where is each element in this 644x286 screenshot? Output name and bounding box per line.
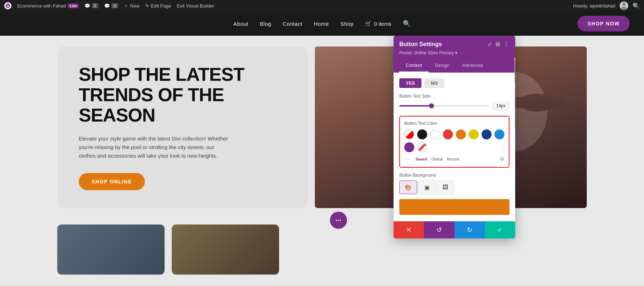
nav-link-shop[interactable]: Shop xyxy=(340,21,353,27)
panel-more-icon[interactable]: ⋮ xyxy=(504,41,509,48)
swatch-diagonal-red[interactable] xyxy=(417,142,427,152)
toggle-no-button[interactable]: NO xyxy=(424,78,444,88)
color-more-icon[interactable]: ··· xyxy=(404,155,410,163)
bg-gradient-icon[interactable]: ▣ xyxy=(418,181,436,194)
comment-count: 2 xyxy=(92,3,98,8)
toggle-row: YES NO xyxy=(399,78,509,88)
nav-link-about[interactable]: About xyxy=(233,21,248,27)
toggle-yes-button[interactable]: YES xyxy=(399,78,421,88)
action-confirm-button[interactable]: ✓ xyxy=(485,221,515,238)
howdy-text: Howdy, wpwithfahad xyxy=(573,3,615,9)
slider-fill xyxy=(399,105,431,107)
panel-preset[interactable]: Preset: Online Store Primary ▾ xyxy=(399,50,509,55)
bg-icons-row: 🎨 ▣ 🖼 xyxy=(399,181,509,194)
cancel-icon: ✕ xyxy=(406,226,411,234)
panel-body: YES NO Button Text Size 14px Button Text… xyxy=(394,73,515,221)
color-section: Button Text Color ··· Saved Globa xyxy=(399,116,509,168)
hero-subtitle: Elevate your style game with the latest … xyxy=(79,134,229,160)
admin-bar-exit-builder[interactable]: Exit Visual Builder xyxy=(177,3,214,9)
cart-icon: 🛒 xyxy=(365,20,372,27)
text-size-value[interactable]: 14px xyxy=(492,102,509,110)
admin-bar-revisions[interactable]: 💬 0 xyxy=(104,3,118,9)
svg-point-2 xyxy=(622,3,626,6)
shop-online-button[interactable]: SHOP ONLINE xyxy=(79,173,145,190)
color-tabs-row: ··· Saved Global Recent ⚙ xyxy=(404,155,504,163)
admin-bar-site-name[interactable]: Ecommerce with Fahad Live xyxy=(17,3,79,9)
nav-link-home[interactable]: Home xyxy=(314,21,329,27)
orange-preview xyxy=(399,199,509,215)
admin-bar-edit-page[interactable]: ✎ Edit Page xyxy=(145,3,171,9)
bg-label: Button Background xyxy=(399,173,509,178)
site-nav: About Blog Contact Home Shop 🛒 0 items 🔍… xyxy=(0,11,644,36)
nav-cart[interactable]: 🛒 0 items xyxy=(365,20,391,27)
settings-panel: Button Settings ⤢ ⊞ ⋮ Preset: Online Sto… xyxy=(394,36,515,238)
action-cancel-button[interactable]: ✕ xyxy=(394,221,424,238)
text-size-label: Button Text Size xyxy=(399,94,509,99)
slider-thumb[interactable] xyxy=(429,103,434,108)
panel-title-row: Button Settings ⤢ ⊞ ⋮ xyxy=(399,41,509,48)
float-menu-button[interactable]: ··· xyxy=(330,212,347,229)
color-tab-global[interactable]: Global xyxy=(430,156,444,162)
panel-tabs: Content Design Advanced xyxy=(399,59,509,73)
nav-links: About Blog Contact Home Shop 🛒 0 items 🔍 xyxy=(14,20,630,28)
dots-icon: ··· xyxy=(336,216,342,225)
swatch-blue[interactable] xyxy=(494,129,504,139)
hero-card: SHOP THE LATEST TRENDS OF THE SEASON Ele… xyxy=(57,46,308,208)
action-undo-button[interactable]: ↺ xyxy=(424,221,454,238)
thumbnail-2 xyxy=(172,225,279,275)
swatch-white[interactable] xyxy=(430,129,440,139)
admin-bar: W Ecommerce with Fahad Live 💬 2 💬 0 ＋ Ne… xyxy=(0,0,644,11)
swatch-black[interactable] xyxy=(417,129,427,139)
revision-count: 0 xyxy=(112,3,118,8)
svg-text:W: W xyxy=(7,4,10,8)
undo-icon: ↺ xyxy=(436,226,442,234)
tab-content[interactable]: Content xyxy=(399,59,429,73)
action-redo-button[interactable]: ↻ xyxy=(454,221,485,238)
svg-point-3 xyxy=(621,7,627,10)
nav-search-icon[interactable]: 🔍 xyxy=(403,20,411,28)
color-settings-gear-icon[interactable]: ⚙ xyxy=(500,156,504,162)
thumbnails-row xyxy=(0,225,644,275)
wp-logo[interactable]: W xyxy=(4,2,11,9)
panel-scrollbar[interactable] xyxy=(514,57,515,129)
swatch-orange[interactable] xyxy=(456,129,466,139)
panel-scrollbar-thumb xyxy=(514,61,515,82)
admin-avatar[interactable] xyxy=(620,1,628,10)
color-tab-saved[interactable]: Saved xyxy=(414,156,428,162)
swatch-red[interactable] xyxy=(443,129,453,139)
shop-now-button[interactable]: SHOP NOW xyxy=(577,16,630,31)
panel-header: Button Settings ⤢ ⊞ ⋮ Preset: Online Sto… xyxy=(394,36,515,73)
color-label: Button Text Color xyxy=(404,121,504,126)
text-size-slider-row: 14px xyxy=(399,102,509,110)
tab-advanced[interactable]: Advanced xyxy=(456,59,489,73)
tab-design[interactable]: Design xyxy=(429,59,456,73)
nav-link-blog[interactable]: Blog xyxy=(260,21,271,27)
swatch-yellow[interactable] xyxy=(469,129,479,139)
admin-bar-right: Howdy, wpwithfahad 🔍 xyxy=(573,1,640,10)
swatch-purple[interactable] xyxy=(404,142,414,152)
admin-bar-comments[interactable]: 💬 2 xyxy=(84,3,98,9)
svg-point-7 xyxy=(519,94,555,112)
panel-header-icons: ⤢ ⊞ ⋮ xyxy=(487,41,509,48)
admin-bar-new[interactable]: ＋ New xyxy=(124,3,140,9)
panel-popout-icon[interactable]: ⤢ xyxy=(487,41,492,48)
live-badge: Live xyxy=(68,4,79,8)
nav-link-contact[interactable]: Contact xyxy=(283,21,302,27)
hero-title: SHOP THE LATEST TRENDS OF THE SEASON xyxy=(79,64,286,126)
main-content: SHOP THE LATEST TRENDS OF THE SEASON Ele… xyxy=(0,36,644,286)
panel-actions: ✕ ↺ ↻ ✓ xyxy=(394,221,515,238)
cart-count: 0 items xyxy=(374,21,391,27)
thumbnail-1 xyxy=(57,225,165,275)
panel-columns-icon[interactable]: ⊞ xyxy=(496,41,500,48)
text-size-slider-track[interactable] xyxy=(399,105,489,107)
color-tab-recent[interactable]: Recent xyxy=(445,156,461,162)
redo-icon: ↻ xyxy=(467,226,472,234)
bg-color-icon[interactable]: 🎨 xyxy=(399,181,417,194)
bg-image-icon[interactable]: 🖼 xyxy=(436,181,454,194)
button-background-section: Button Background 🎨 ▣ 🖼 xyxy=(399,173,509,194)
swatch-blue-dark[interactable] xyxy=(482,129,492,139)
admin-search-icon[interactable]: 🔍 xyxy=(633,3,640,9)
panel-title: Button Settings xyxy=(399,41,442,48)
swatch-transparent[interactable] xyxy=(404,129,414,139)
confirm-icon: ✓ xyxy=(497,226,503,234)
